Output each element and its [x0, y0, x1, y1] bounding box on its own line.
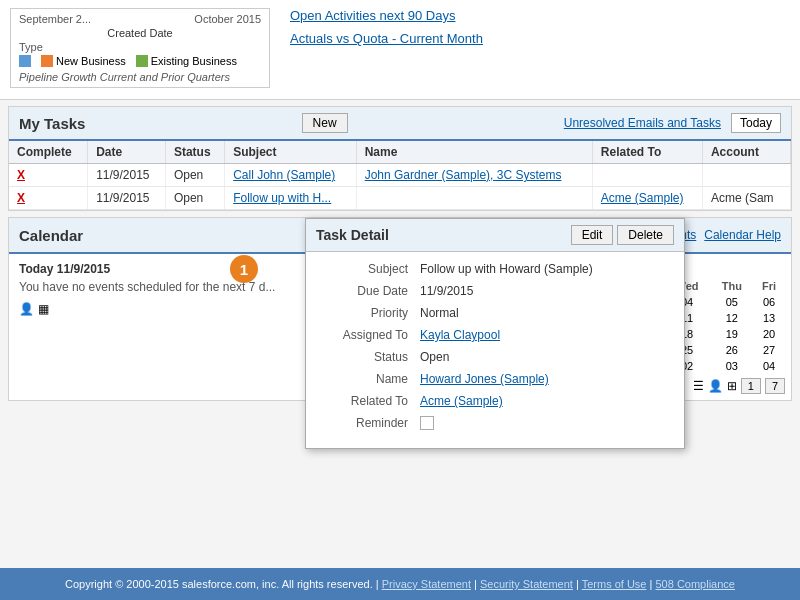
field-reminder: Reminder	[320, 416, 670, 430]
reminder-checkbox[interactable]	[420, 416, 434, 430]
person-view-icon[interactable]: 👤	[708, 379, 723, 393]
subject-1[interactable]: Call John (Sample)	[233, 168, 335, 182]
tasks-header: My Tasks New Unresolved Emails and Tasks…	[9, 107, 791, 141]
chart-header: Created Date	[19, 27, 261, 39]
person-icon: 👤	[19, 302, 34, 316]
col-name: Name	[356, 141, 592, 164]
task-detail-header: Task Detail Edit Delete	[306, 219, 684, 252]
task-detail-actions: Edit Delete	[571, 225, 674, 245]
complete-x-1[interactable]: X	[17, 168, 25, 182]
chart-legend: New Business Existing Business	[19, 55, 261, 67]
col-status: Status	[165, 141, 224, 164]
task-delete-button[interactable]: Delete	[617, 225, 674, 245]
label-priority: Priority	[320, 306, 420, 320]
tasks-section: My Tasks New Unresolved Emails and Tasks…	[8, 106, 792, 211]
field-related-to: Related To Acme (Sample)	[320, 394, 670, 408]
field-due-date: Due Date 11/9/2015	[320, 284, 670, 298]
chart-bottom-label: Pipeline Growth Current and Prior Quarte…	[19, 71, 261, 83]
cal-day-27[interactable]: 27	[753, 342, 785, 358]
tasks-title: My Tasks	[19, 115, 85, 132]
cal-day-03-dec[interactable]: 03	[711, 358, 753, 374]
status-1: Open	[165, 164, 224, 187]
open-activities-link[interactable]: Open Activities next 90 Days	[290, 8, 790, 23]
account-1	[702, 164, 790, 187]
top-section: September 2... October 2015 Created Date…	[0, 0, 800, 100]
cal-day-06[interactable]: 06	[753, 294, 785, 310]
cal-day-04-dec[interactable]: 04	[753, 358, 785, 374]
task-detail-body: Subject Follow up with Howard (Sample) D…	[306, 252, 684, 448]
date-1: 11/9/2015	[88, 164, 166, 187]
grid-icon: ▦	[38, 302, 49, 316]
security-link[interactable]: Security Statement	[480, 578, 573, 590]
col-subject: Subject	[225, 141, 357, 164]
field-name: Name Howard Jones (Sample)	[320, 372, 670, 386]
actuals-quota-link[interactable]: Actuals vs Quota - Current Month	[290, 31, 790, 46]
compliance-link[interactable]: 508 Compliance	[655, 578, 735, 590]
cal-day-20[interactable]: 20	[753, 326, 785, 342]
legend-color-orange	[41, 55, 53, 67]
related-1	[592, 164, 702, 187]
chart-area: September 2... October 2015 Created Date…	[10, 8, 270, 88]
cal-day-12[interactable]: 12	[711, 310, 753, 326]
complete-x-2[interactable]: X	[17, 191, 25, 205]
col-related-to: Related To	[592, 141, 702, 164]
task-edit-button[interactable]: Edit	[571, 225, 614, 245]
value-status: Open	[420, 350, 449, 364]
cal-nav-7[interactable]: 7	[765, 378, 785, 394]
label-name: Name	[320, 372, 420, 386]
privacy-link[interactable]: Privacy Statement	[382, 578, 471, 590]
related-2[interactable]: Acme (Sample)	[601, 191, 684, 205]
tasks-new-button[interactable]: New	[302, 113, 348, 133]
label-status: Status	[320, 350, 420, 364]
terms-link[interactable]: Terms of Use	[582, 578, 647, 590]
cal-day-26[interactable]: 26	[711, 342, 753, 358]
cal-day-05[interactable]: 05	[711, 294, 753, 310]
label-due-date: Due Date	[320, 284, 420, 298]
subject-2[interactable]: Follow up with H...	[233, 191, 331, 205]
tasks-right: Unresolved Emails and Tasks Today	[564, 113, 781, 133]
legend-color-blue	[19, 55, 31, 67]
calendar-title: Calendar	[19, 227, 83, 244]
calendar-help-link[interactable]: Calendar Help	[704, 228, 781, 242]
value-subject: Follow up with Howard (Sample)	[420, 262, 593, 276]
footer-copyright: Copyright © 2000-2015 salesforce.com, in…	[65, 578, 373, 590]
footer: Copyright © 2000-2015 salesforce.com, in…	[0, 568, 800, 600]
legend-color-green	[136, 55, 148, 67]
legend-item-blue	[19, 55, 31, 67]
today-badge: Today	[731, 113, 781, 133]
weekday-thu: Thu	[711, 278, 753, 294]
cal-nav-1[interactable]: 1	[741, 378, 761, 394]
value-name[interactable]: Howard Jones (Sample)	[420, 372, 549, 386]
task-detail-popup: Task Detail Edit Delete Subject Follow u…	[305, 218, 685, 449]
label-subject: Subject	[320, 262, 420, 276]
legend-label-new: New Business	[56, 55, 126, 67]
task-row-1: X 11/9/2015 Open Call John (Sample) John…	[9, 164, 791, 187]
legend-item-existing: Existing Business	[136, 55, 237, 67]
label-related-to: Related To	[320, 394, 420, 408]
chart-x-label1: September 2...	[19, 13, 91, 25]
cal-day-19[interactable]: 19	[711, 326, 753, 342]
unresolved-link[interactable]: Unresolved Emails and Tasks	[564, 116, 721, 130]
chart-x-label2: October 2015	[194, 13, 261, 25]
account-2: Acme (Sam	[702, 187, 790, 210]
label-assigned-to: Assigned To	[320, 328, 420, 342]
col-account: Account	[702, 141, 790, 164]
cal-day-13[interactable]: 13	[753, 310, 785, 326]
legend-item-new: New Business	[41, 55, 126, 67]
label-reminder: Reminder	[320, 416, 420, 430]
name-1[interactable]: John Gardner (Sample), 3C Systems	[365, 168, 562, 182]
top-links: Open Activities next 90 Days Actuals vs …	[290, 8, 790, 46]
tasks-table: Complete Date Status Subject Name Relate…	[9, 141, 791, 210]
step-circle: 1	[230, 255, 258, 283]
value-related-to[interactable]: Acme (Sample)	[420, 394, 503, 408]
date-2: 11/9/2015	[88, 187, 166, 210]
col-date: Date	[88, 141, 166, 164]
field-status: Status Open	[320, 350, 670, 364]
value-assigned-to[interactable]: Kayla Claypool	[420, 328, 500, 342]
value-due-date: 11/9/2015	[420, 284, 473, 298]
status-2: Open	[165, 187, 224, 210]
chart-type-label: Type	[19, 41, 261, 53]
grid-view-icon[interactable]: ⊞	[727, 379, 737, 393]
list-view-icon[interactable]: ☰	[693, 379, 704, 393]
name-2	[356, 187, 592, 210]
